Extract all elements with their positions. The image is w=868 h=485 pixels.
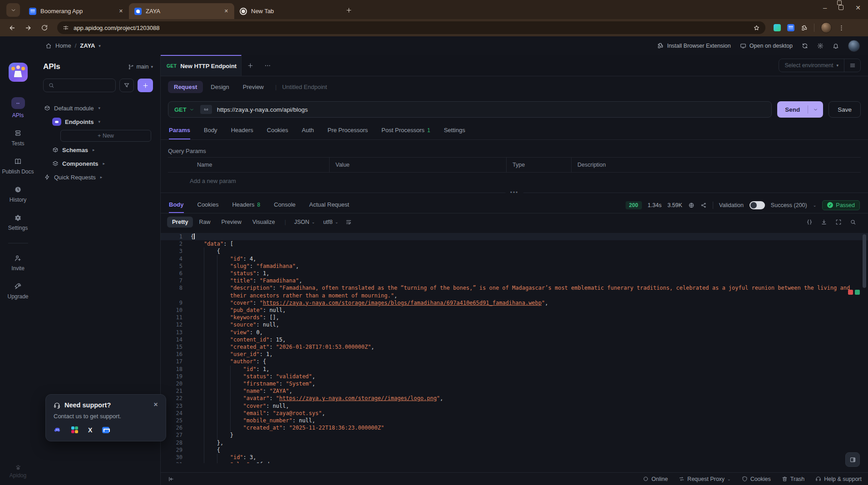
validation-toggle[interactable] [750, 201, 765, 209]
close-tab-icon[interactable]: ✕ [118, 7, 124, 15]
request-nav-request[interactable]: Request [168, 81, 203, 93]
encoding-selector[interactable]: utf8⌄ [320, 217, 342, 228]
breadcrumb-project[interactable]: ZAYA [80, 42, 95, 49]
rail-item-publish-docs[interactable]: Publish Docs [2, 158, 35, 175]
breadcrumb-home[interactable]: Home [55, 42, 71, 49]
user-avatar[interactable] [848, 40, 860, 52]
rail-item-tests[interactable]: Tests [2, 129, 35, 147]
project-caret-icon[interactable]: ▾ [99, 44, 101, 48]
rail-item-settings[interactable]: Settings [2, 214, 35, 231]
word-wrap-icon[interactable] [345, 219, 352, 225]
send-options-caret[interactable] [808, 105, 823, 114]
browser-tab[interactable]: New Tab [234, 3, 340, 19]
search-response-icon[interactable] [850, 219, 856, 225]
response-tab-actual-request[interactable]: Actual Request [309, 197, 349, 213]
browser-menu-icon[interactable] [838, 25, 845, 31]
browser-tab[interactable]: Boomerang App✕ [24, 3, 129, 19]
reload-button[interactable] [38, 21, 51, 34]
settings-gear-icon[interactable] [817, 43, 824, 49]
fullscreen-icon[interactable] [835, 219, 842, 225]
statusbar-help-support[interactable]: Help & support [815, 476, 862, 482]
statusbar-trash[interactable]: Trash [782, 476, 805, 482]
tree-item-quick-requests[interactable]: Quick Requests▸ [43, 170, 153, 184]
format-braces-icon[interactable] [806, 219, 813, 225]
refresh-icon[interactable] [802, 43, 808, 49]
image-mark-red-icon[interactable] [848, 290, 853, 295]
site-settings-icon[interactable] [63, 25, 69, 31]
request-nav-preview[interactable]: Preview [237, 81, 270, 93]
response-tab-console[interactable]: Console [274, 197, 296, 213]
send-button[interactable]: Send [777, 101, 823, 118]
home-icon[interactable] [45, 43, 52, 49]
tree-item-schemas[interactable]: Schemas▸ [43, 143, 153, 157]
environment-selector[interactable]: Select environment▾ [779, 59, 844, 72]
install-extension-button[interactable]: Install Browser Extension [657, 42, 730, 49]
viewer-mode-pretty[interactable]: Pretty [167, 217, 193, 228]
branch-selector[interactable]: main ▾ [128, 64, 153, 70]
rail-item-apis[interactable]: APIs [2, 97, 35, 119]
environment-list-button[interactable] [844, 59, 860, 72]
rail-item-invite[interactable]: Invite [2, 254, 35, 272]
tab-search-button[interactable] [6, 3, 20, 17]
tab-more-button[interactable] [259, 55, 276, 76]
request-tab-cookies[interactable]: Cookies [267, 122, 288, 139]
collapse-sidebar-icon[interactable] [168, 476, 174, 482]
tree-item-default-module[interactable]: Default module▾ [43, 101, 153, 115]
mail-icon[interactable] [102, 427, 109, 433]
new-endpoint-button[interactable]: + New [60, 130, 151, 142]
close-tab-icon[interactable]: ✕ [223, 7, 230, 15]
panel-splitter[interactable]: ••• [161, 189, 868, 197]
notifications-bell-icon[interactable] [833, 43, 839, 49]
search-field[interactable] [58, 82, 111, 89]
browser-profile-avatar[interactable] [821, 22, 832, 33]
add-param-row[interactable]: Add a new param [168, 173, 861, 189]
address-bar[interactable]: app.apidog.com/project/1203088 [57, 21, 765, 34]
close-support-icon[interactable]: ✕ [153, 401, 158, 408]
scrollbar-thumb[interactable] [863, 234, 866, 288]
new-tab-button[interactable] [342, 4, 355, 16]
add-endpoint-tab-button[interactable] [242, 55, 259, 76]
rail-item-history[interactable]: History [2, 186, 35, 203]
request-url[interactable]: https://zaya.y-naya.com/api/blogs [217, 106, 308, 113]
slack-icon[interactable] [71, 426, 78, 433]
share-icon[interactable] [700, 202, 707, 208]
method-selector[interactable]: GET [168, 106, 200, 113]
bookmark-star-icon[interactable] [753, 25, 760, 31]
filter-button[interactable] [119, 79, 134, 92]
statusbar-cookies[interactable]: Cookies [742, 476, 771, 482]
add-api-button[interactable] [138, 79, 153, 92]
language-selector[interactable]: JSON⌄ [291, 217, 319, 228]
x-icon[interactable]: X [88, 426, 92, 434]
globe-icon[interactable] [688, 202, 695, 208]
open-desktop-button[interactable]: Open on desktop [740, 43, 793, 49]
download-icon[interactable] [821, 219, 827, 225]
rail-item-upgrade[interactable]: Upgrade [2, 282, 35, 300]
viewer-mode-preview[interactable]: Preview [216, 217, 246, 228]
viewer-mode-raw[interactable]: Raw [194, 217, 215, 228]
request-tab-params[interactable]: Params [169, 122, 190, 139]
response-tab-cookies[interactable]: Cookies [197, 197, 219, 213]
forward-button[interactable] [22, 21, 35, 34]
save-button[interactable]: Save [829, 101, 861, 118]
search-input[interactable] [43, 79, 116, 92]
panel-toggle-button[interactable] [845, 452, 860, 467]
close-window-button[interactable]: ✕ [855, 4, 861, 11]
request-tab-post-processors[interactable]: Post Processors1 [381, 122, 430, 139]
statusbar-online[interactable]: Online [643, 476, 668, 482]
tree-item-endpoints[interactable]: Endpoints▾ [43, 115, 153, 129]
request-tab-auth[interactable]: Auth [302, 122, 314, 139]
extensions-puzzle-icon[interactable] [801, 25, 808, 31]
request-tab-settings[interactable]: Settings [444, 122, 465, 139]
restore-button[interactable] [838, 5, 843, 10]
discord-icon[interactable] [54, 426, 61, 434]
validation-result[interactable]: Success (200) [771, 202, 807, 208]
response-body-editor[interactable]: 1{2"data": [3{4"id": 4,5"slug": "famadih… [161, 231, 868, 472]
base-url-icon[interactable] [200, 105, 212, 114]
request-tab-headers[interactable]: Headers [231, 122, 253, 139]
viewer-mode-visualize[interactable]: Visualize [247, 217, 280, 228]
response-tab-headers[interactable]: Headers8 [232, 197, 260, 213]
response-tab-body[interactable]: Body [169, 197, 184, 213]
statusbar-request-proxy[interactable]: Request Proxy⌄ [679, 476, 731, 482]
request-tab-pre-processors[interactable]: Pre Processors [327, 122, 368, 139]
browser-tab[interactable]: ZAYA✕ [129, 3, 234, 19]
